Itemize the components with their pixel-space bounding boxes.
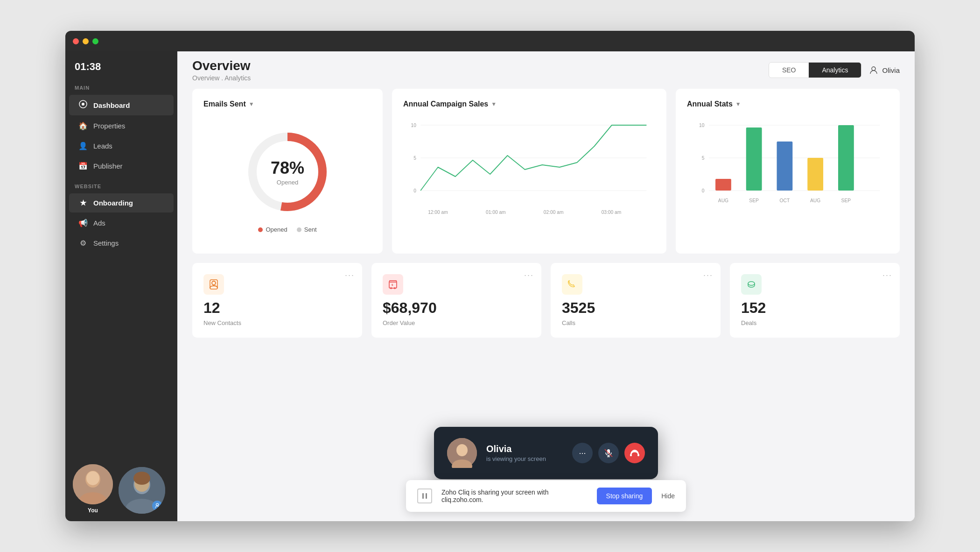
topbar-left: Overview Overview . Analytics bbox=[192, 58, 251, 82]
svg-rect-60 bbox=[422, 493, 424, 499]
stat-value-deals: 152 bbox=[741, 299, 889, 317]
more-dots-icon: ··· bbox=[579, 448, 586, 458]
page-title: Overview bbox=[192, 58, 251, 73]
donut-center: 78% Opened bbox=[271, 158, 304, 186]
order-icon: $ bbox=[383, 274, 403, 295]
svg-text:01:00 am: 01:00 am bbox=[486, 209, 506, 215]
leads-icon: 👤 bbox=[78, 142, 88, 150]
onboarding-icon: ★ bbox=[78, 198, 88, 207]
sidebar-item-settings[interactable]: ⚙ Settings bbox=[69, 234, 174, 253]
opened-dot bbox=[258, 227, 263, 232]
stat-dots-contacts[interactable]: ··· bbox=[345, 270, 355, 280]
sidebar-item-dashboard[interactable]: Dashboard bbox=[69, 95, 174, 115]
tab-group: SEO Analytics bbox=[769, 62, 862, 78]
sidebar-item-ads-label: Ads bbox=[93, 219, 105, 227]
sidebar-item-leads-label: Leads bbox=[93, 142, 112, 150]
main-content: Overview Overview . Analytics SEO Analyt… bbox=[177, 51, 915, 521]
properties-icon: 🏠 bbox=[78, 121, 88, 130]
caller-badge bbox=[152, 501, 162, 511]
stats-row: ··· 12 New Contacts bbox=[192, 263, 900, 338]
avatar-you bbox=[73, 464, 113, 504]
sidebar-item-onboarding[interactable]: ★ Onboarding bbox=[69, 193, 174, 212]
svg-text:0: 0 bbox=[702, 188, 705, 193]
maximize-button[interactable] bbox=[92, 38, 98, 44]
svg-point-51 bbox=[456, 444, 468, 456]
stat-dots-order[interactable]: ··· bbox=[524, 270, 534, 280]
svg-text:AUG: AUG bbox=[718, 198, 728, 203]
svg-rect-58 bbox=[637, 454, 639, 456]
stat-label-calls: Calls bbox=[562, 319, 709, 326]
svg-point-5 bbox=[86, 471, 99, 485]
sidebar-item-properties[interactable]: 🏠 Properties bbox=[69, 116, 174, 135]
stat-value-calls: 3525 bbox=[562, 299, 709, 317]
stat-value-contacts: 12 bbox=[203, 299, 351, 317]
call-overlay: Olivia is viewing your screen ··· bbox=[434, 427, 658, 479]
svg-point-11 bbox=[872, 67, 875, 71]
bar-chart: 10 5 0 AUG SEP bbox=[687, 116, 889, 225]
svg-text:03:00 am: 03:00 am bbox=[602, 209, 622, 215]
stat-dots-calls[interactable]: ··· bbox=[703, 270, 713, 280]
sidebar-item-dashboard-label: Dashboard bbox=[93, 101, 130, 109]
annual-stats-title: Annual Stats ▼ bbox=[687, 100, 889, 108]
legend-sent: Sent bbox=[297, 226, 317, 233]
svg-rect-30 bbox=[715, 179, 731, 191]
sharing-pause-button[interactable] bbox=[417, 488, 432, 503]
svg-text:AUG: AUG bbox=[810, 198, 820, 203]
svg-rect-32 bbox=[746, 127, 762, 191]
app-body: 01:38 MAIN Dashboard 🏠 Properties 👤 Lead… bbox=[65, 51, 915, 521]
minimize-button[interactable] bbox=[83, 38, 89, 44]
chart-row: Emails Sent ▼ bbox=[192, 89, 900, 254]
stat-label-contacts: New Contacts bbox=[203, 319, 351, 326]
breadcrumb: Overview . Analytics bbox=[192, 74, 251, 82]
svg-rect-57 bbox=[630, 454, 632, 456]
line-chart: 10 5 0 12:00 am 01:00 am 02:00 am 03:00 … bbox=[403, 116, 655, 219]
donut-percentage: 78% bbox=[271, 158, 304, 178]
call-avatar bbox=[447, 438, 477, 468]
publisher-icon: 📅 bbox=[78, 162, 88, 170]
emails-sent-dropdown-icon[interactable]: ▼ bbox=[249, 101, 254, 107]
you-avatar-container: You bbox=[73, 464, 113, 514]
end-call-icon bbox=[630, 448, 640, 458]
donut-chart: 78% Opened bbox=[241, 125, 334, 219]
stat-card-calls: ··· 3525 Calls bbox=[551, 263, 721, 338]
svg-point-10 bbox=[133, 472, 150, 485]
sidebar-main-label: MAIN bbox=[65, 78, 177, 94]
svg-point-1 bbox=[82, 103, 84, 106]
call-mute-button[interactable] bbox=[598, 443, 619, 463]
sidebar: 01:38 MAIN Dashboard 🏠 Properties 👤 Lead… bbox=[65, 51, 177, 521]
donut-label: Opened bbox=[271, 179, 304, 186]
sent-dot bbox=[297, 227, 301, 232]
legend-opened: Opened bbox=[258, 226, 287, 233]
stat-value-order: $68,970 bbox=[383, 299, 530, 317]
sidebar-time: 01:38 bbox=[65, 51, 177, 78]
deals-icon bbox=[741, 274, 762, 295]
emails-sent-card: Emails Sent ▼ bbox=[192, 89, 383, 254]
stat-card-deals: ··· 152 Deals bbox=[730, 263, 900, 338]
stat-dots-deals[interactable]: ··· bbox=[882, 270, 892, 280]
sidebar-item-properties-label: Properties bbox=[93, 122, 125, 130]
user-menu[interactable]: Olivia bbox=[869, 65, 900, 75]
stop-sharing-button[interactable]: Stop sharing bbox=[597, 488, 652, 504]
hide-sharing-button[interactable]: Hide bbox=[661, 492, 675, 500]
tab-seo[interactable]: SEO bbox=[769, 63, 809, 78]
sidebar-item-leads[interactable]: 👤 Leads bbox=[69, 136, 174, 156]
campaign-dropdown-icon[interactable]: ▼ bbox=[491, 101, 497, 107]
app-window: 01:38 MAIN Dashboard 🏠 Properties 👤 Lead… bbox=[65, 31, 915, 521]
close-button[interactable] bbox=[73, 38, 79, 44]
sidebar-website-label: WEBSITE bbox=[65, 176, 177, 193]
call-more-button[interactable]: ··· bbox=[572, 443, 593, 463]
calls-icon bbox=[562, 274, 582, 295]
sidebar-item-publisher[interactable]: 📅 Publisher bbox=[69, 156, 174, 176]
stats-dropdown-icon[interactable]: ▼ bbox=[735, 101, 741, 107]
sidebar-item-ads[interactable]: 📢 Ads bbox=[69, 213, 174, 233]
sidebar-item-onboarding-label: Onboarding bbox=[93, 199, 133, 207]
svg-rect-34 bbox=[777, 142, 793, 191]
sharing-bar: Zoho Cliq is sharing your screen with cl… bbox=[406, 480, 686, 512]
user-icon bbox=[869, 65, 878, 75]
tab-analytics[interactable]: Analytics bbox=[809, 63, 861, 78]
topbar-right: SEO Analytics Olivia bbox=[769, 62, 900, 78]
svg-rect-48 bbox=[745, 278, 758, 291]
call-end-button[interactable] bbox=[624, 443, 645, 463]
annual-campaign-title: Annual Campaign Sales ▼ bbox=[403, 100, 655, 108]
donut-legend: Opened Sent bbox=[258, 226, 316, 233]
